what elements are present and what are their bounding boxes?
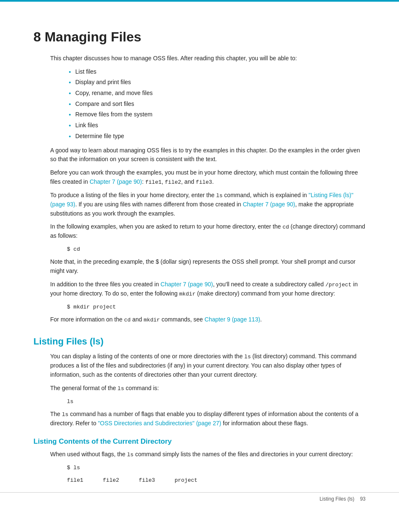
ls-para-3-end: for information about these flags. [221, 420, 308, 427]
cd-code-2: cd [124, 317, 131, 323]
chapter-objectives-list: List files Display and print files Copy,… [75, 67, 366, 141]
para-3: To produce a listing of the files in you… [50, 191, 366, 218]
intro-section: This chapter discusses how to manage OSS… [50, 54, 366, 324]
mkdir-inline: mkdir [179, 291, 195, 297]
section-listing-files-content: You can display a listing of the content… [50, 352, 366, 428]
subsection-listing-contents-title: Listing Contents of the Current Director… [33, 437, 366, 446]
para-6-prefix: In addition to the three files you creat… [50, 281, 161, 288]
lc-para-1: When used without flags, the ls command … [50, 450, 366, 459]
mkdir-code-2: mkdir [143, 317, 160, 323]
ls-code-lc: ls [127, 452, 134, 458]
bullet-item: Determine file type [75, 132, 366, 141]
ls-para-1: You can display a listing of the content… [50, 352, 366, 380]
cd-command: $ cd [67, 245, 366, 254]
bullet-item: Remove files from the system [75, 110, 366, 119]
ls-para-2-end: command is: [124, 385, 159, 391]
ls-example-command: $ ls [67, 463, 366, 473]
para-2-comma: , [161, 178, 165, 185]
para-7-prefix: For more information on the [50, 316, 124, 323]
para-5: Note that, in the preceding example, the… [50, 257, 366, 275]
ch7-link-3[interactable]: Chapter 7 (page 90) [161, 281, 213, 288]
para-4: In the following examples, when you are … [50, 222, 366, 241]
oss-dir-link[interactable]: "OSS Directories and Subdirectories" (pa… [98, 420, 221, 427]
ls-para-1-prefix: You can display a listing of the content… [50, 353, 244, 360]
ch7-link-1[interactable]: Chapter 7 (page 90) [90, 178, 142, 185]
ls-para-3-prefix: The [50, 411, 62, 417]
chapter-title: 8 Managing Files [33, 29, 366, 45]
para-1: A good way to learn about managing OSS f… [50, 146, 366, 164]
footer: Listing Files (ls) 93 [320, 496, 366, 502]
lc-para-1-end: command simply lists the names of the fi… [133, 451, 353, 457]
project-code: /project [325, 282, 351, 288]
footer-divider [0, 492, 399, 493]
ls-format-command: ls [67, 397, 366, 406]
ls-code-p2: ls [118, 386, 124, 392]
bullet-item: Display and print files [75, 78, 366, 87]
para-6: In addition to the three files you creat… [50, 280, 366, 298]
para-2-end: . [212, 178, 214, 185]
ls-para-3: The ls command has a number of flags tha… [50, 410, 366, 428]
file3-code: file3 [196, 179, 212, 185]
ls-para-2-prefix: The general format of the [50, 385, 118, 391]
para-3-prefix: To produce a listing of the files in you… [50, 192, 216, 198]
bullet-item: Copy, rename, and move files [75, 89, 366, 98]
ls-code-inline: ls [216, 193, 223, 199]
para-2: Before you can work through the examples… [50, 168, 366, 187]
ls-code-p1: ls [244, 354, 251, 360]
file1-code: file1 [145, 179, 161, 185]
ch9-link[interactable]: Chapter 9 (page 113) [205, 316, 260, 323]
para-3-mid2: . If you are using files with names diff… [75, 201, 243, 208]
para-2-and: , and [181, 178, 196, 185]
section-listing-files-title: Listing Files (ls) [33, 336, 366, 347]
para-7-mid: and [130, 316, 143, 323]
lc-para-1-prefix: When used without flags, the [50, 451, 127, 457]
para-7-end: . [260, 316, 262, 323]
para-6-end: (make directory) command from your home … [195, 290, 335, 297]
intro-text: This chapter discusses how to manage OSS… [50, 54, 366, 63]
footer-page-number: 93 [360, 496, 366, 502]
top-border [0, 0, 399, 2]
bullet-item: Link files [75, 121, 366, 130]
ls-example-output: file1 file2 file3 project [67, 476, 366, 485]
cd-code-inline: cd [282, 224, 289, 230]
page: 8 Managing Files This chapter discusses … [0, 0, 399, 514]
file2-code: file2 [165, 179, 181, 185]
para-7-mid2: commands, see [160, 316, 205, 323]
para-3-mid: command, which is explained in [223, 192, 308, 198]
ch7-link-2[interactable]: Chapter 7 (page 90) [243, 201, 295, 208]
ls-code-p3: ls [62, 411, 69, 418]
para-7: For more information on the cd and mkdir… [50, 315, 366, 324]
para-6-mid: , you'll need to create a subdirectory c… [213, 281, 325, 288]
section-listing-contents-content: When used without flags, the ls command … [50, 450, 366, 485]
bullet-item: Compare and sort files [75, 100, 366, 109]
ls-para-2: The general format of the ls command is: [50, 384, 366, 393]
para-4-prefix: In the following examples, when you are … [50, 223, 282, 230]
footer-section-label: Listing Files (ls) [320, 496, 354, 502]
bullet-item: List files [75, 67, 366, 77]
mkdir-command: $ mkdir project [67, 303, 366, 312]
